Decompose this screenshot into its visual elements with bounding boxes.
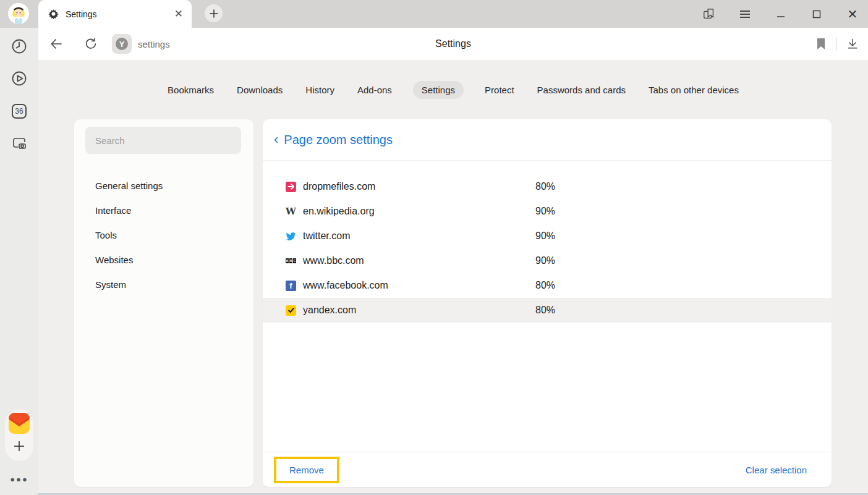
facebook-favicon-icon: f <box>286 281 296 291</box>
nav-tab-passwords-and-cards[interactable]: Passwords and cards <box>535 81 628 99</box>
settings-nav: BookmarksDownloadsHistoryAdd-onsSettings… <box>38 60 868 99</box>
zoom-percent: 80% <box>535 181 832 192</box>
back-button[interactable] <box>48 36 64 52</box>
zoom-percent: 90% <box>535 231 832 242</box>
site-name: dropmefiles.com <box>303 181 529 192</box>
menu-item-interface[interactable]: Interface <box>74 198 253 222</box>
zoom-row[interactable]: dropmefiles.com 80% <box>263 174 832 199</box>
menu-item-system[interactable]: System <box>74 272 253 297</box>
downloads-icon[interactable] <box>846 37 859 51</box>
menu-item-general-settings[interactable]: General settings <box>74 173 253 198</box>
twitter-favicon-icon <box>286 231 296 242</box>
nav-tab-settings[interactable]: Settings <box>413 81 464 99</box>
page-title[interactable]: Page zoom settings <box>284 133 393 147</box>
settings-page: BookmarksDownloadsHistoryAdd-onsSettings… <box>38 60 868 495</box>
browser-tab-bar: Settings ✕ ✕ <box>0 0 868 28</box>
tab-settings[interactable]: Settings ✕ <box>38 0 192 28</box>
zoom-row[interactable]: W en.wikipedia.org 90% <box>263 199 832 224</box>
sidebar-more-icon[interactable]: ●●● <box>10 475 28 484</box>
avatar-girl-illustration <box>8 3 29 24</box>
bbc-favicon-icon: BBC <box>286 256 296 266</box>
page-zoom-card: ‹ Page zoom settings dropmefiles.com 80%… <box>263 119 832 487</box>
selected-checkbox-icon <box>286 305 296 316</box>
dropmefiles-favicon-icon <box>286 182 296 192</box>
nav-tab-protect[interactable]: Protect <box>483 81 516 99</box>
gear-icon <box>48 9 59 19</box>
profile-avatar[interactable] <box>8 3 29 24</box>
reload-button[interactable] <box>83 36 99 52</box>
zoom-row[interactable]: twitter.com 90% <box>263 224 832 248</box>
site-name: yandex.com <box>303 305 529 316</box>
site-identity-badge[interactable]: Y <box>112 34 132 54</box>
menu-item-websites[interactable]: Websites <box>74 247 253 272</box>
zoom-percent: 80% <box>535 305 832 316</box>
clear-selection-link[interactable]: Clear selection <box>746 465 807 475</box>
new-tab-button[interactable] <box>205 4 223 22</box>
menu-icon[interactable] <box>738 7 752 21</box>
address-toolbar: Y settings Settings <box>38 28 868 60</box>
window-close-icon[interactable]: ✕ <box>846 7 859 21</box>
nav-tab-tabs-on-other-devices[interactable]: Tabs on other devices <box>647 81 741 99</box>
tab-title: Settings <box>66 9 174 19</box>
site-name: twitter.com <box>303 231 529 242</box>
settings-menu-card: General settingsInterfaceToolsWebsitesSy… <box>74 119 253 487</box>
add-app-button[interactable] <box>10 437 28 455</box>
menu-item-tools[interactable]: Tools <box>74 222 253 247</box>
url-text[interactable]: settings <box>138 39 170 49</box>
site-name: en.wikipedia.org <box>303 206 529 217</box>
site-name: www.bbc.com <box>303 255 529 266</box>
zoom-row[interactable]: yandex.com 80% <box>263 298 832 323</box>
browser-side-panel: 36 ●●● <box>0 28 38 495</box>
zoom-rows-list: dropmefiles.com 80% W en.wikipedia.org 9… <box>263 161 832 323</box>
toolbar-divider <box>836 37 837 51</box>
page-zoom-footer: Remove Clear selection <box>263 452 832 487</box>
back-chevron-icon[interactable]: ‹ <box>274 133 278 146</box>
nav-tab-downloads[interactable]: Downloads <box>235 81 284 99</box>
collections-panel-icon[interactable] <box>702 7 716 21</box>
tab-counter-badge[interactable]: 36 <box>11 103 27 119</box>
bookmark-icon[interactable] <box>814 37 828 51</box>
video-play-icon[interactable] <box>11 70 27 87</box>
zoom-row[interactable]: f www.facebook.com 80% <box>263 273 832 298</box>
minimize-icon[interactable] <box>774 7 788 21</box>
yandex-logo-icon: Y <box>116 38 128 50</box>
nav-tab-history[interactable]: History <box>304 81 336 99</box>
history-clock-icon[interactable] <box>11 38 27 54</box>
maximize-icon[interactable] <box>810 7 823 21</box>
zoom-row[interactable]: BBC www.bbc.com 90% <box>263 248 832 273</box>
site-name: www.facebook.com <box>303 280 529 291</box>
wikipedia-favicon-icon: W <box>286 206 296 217</box>
settings-menu-list: General settingsInterfaceToolsWebsitesSy… <box>74 173 253 297</box>
pinned-apps-group <box>5 409 33 461</box>
search-input[interactable] <box>85 127 241 154</box>
page-zoom-header: ‹ Page zoom settings <box>263 119 832 161</box>
nav-tab-bookmarks[interactable]: Bookmarks <box>166 81 216 99</box>
zoom-percent: 90% <box>535 255 832 266</box>
tab-close-icon[interactable]: ✕ <box>174 9 183 19</box>
yandex-mail-app-icon[interactable] <box>8 412 30 434</box>
zoom-percent: 90% <box>535 206 832 217</box>
remove-button[interactable]: Remove <box>274 457 339 483</box>
screenshot-icon[interactable] <box>11 135 27 151</box>
zoom-percent: 80% <box>535 280 832 291</box>
plus-icon <box>210 9 218 18</box>
nav-tab-add-ons[interactable]: Add-ons <box>355 81 394 99</box>
